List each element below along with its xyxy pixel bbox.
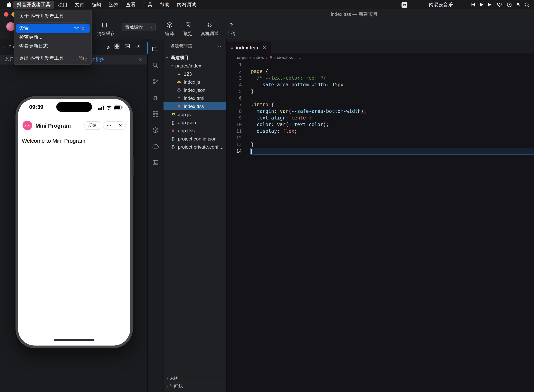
- arrow-right-icon[interactable]: [135, 43, 141, 51]
- device-debug-button[interactable]: 真机调试: [199, 21, 220, 37]
- apple-menu-icon[interactable]: [5, 2, 13, 7]
- tree-item-label: app.js: [178, 112, 191, 117]
- file-app.js[interactable]: JSapp.js: [164, 110, 226, 118]
- notice-close-icon[interactable]: ✕: [138, 57, 142, 62]
- media-play-icon[interactable]: [480, 3, 483, 7]
- tree-新建项目[interactable]: ›新建项目: [164, 53, 226, 62]
- code-line-2[interactable]: 2page {: [227, 68, 534, 75]
- tiktok-icon[interactable]: ♪: [107, 44, 110, 50]
- media-next-icon[interactable]: [488, 3, 493, 7]
- disc-icon[interactable]: [507, 2, 512, 7]
- menu-item[interactable]: 关于 抖音开发者工具: [16, 12, 90, 21]
- extensions-icon[interactable]: [148, 108, 163, 120]
- search-icon[interactable]: [525, 2, 529, 7]
- code-line-3[interactable]: 3 /* --text-color: red; */: [227, 75, 534, 81]
- package-icon[interactable]: [148, 125, 163, 136]
- clear-cache-button[interactable]: › 清除缓存: [92, 21, 120, 37]
- miniapp-title: Mini Program: [35, 122, 71, 129]
- upload-button[interactable]: 上传: [222, 21, 240, 37]
- menu-item[interactable]: 检查更新...: [16, 33, 90, 42]
- breadcrumb-item[interactable]: ...: [299, 55, 302, 60]
- menubar-item-2[interactable]: 文件: [71, 0, 88, 9]
- menubar-item-7[interactable]: 帮助: [156, 0, 173, 9]
- panel-时间线[interactable]: ›时间线: [164, 382, 226, 390]
- file-index.ttss[interactable]: #index.ttss: [164, 102, 226, 110]
- text-cursor: [251, 149, 251, 154]
- menubar-item-1[interactable]: 项目: [54, 0, 71, 9]
- json-file-icon: {}: [170, 145, 176, 149]
- menubar-item-3[interactable]: 编辑: [88, 0, 105, 9]
- breadcrumb-item[interactable]: index: [253, 55, 264, 60]
- file-index.js[interactable]: JSindex.js: [164, 78, 226, 86]
- chevron-down-icon: ›: [108, 25, 112, 26]
- menubar-item-6[interactable]: 工具: [139, 0, 156, 9]
- code-line-10[interactable]: 10 color: var(--text-color);: [227, 121, 534, 128]
- media-previous-icon[interactable]: [471, 3, 475, 7]
- code-line-5[interactable]: 5}: [227, 88, 534, 95]
- ttss-file-icon: #: [231, 45, 233, 50]
- file-app.ttss[interactable]: #app.ttss: [164, 126, 226, 135]
- more-menu-icon[interactable]: ⋯: [103, 123, 115, 128]
- grid-icon[interactable]: [114, 43, 120, 51]
- music-app-name[interactable]: 网易云音乐: [429, 1, 453, 8]
- breadcrumb-item[interactable]: index.ttss: [274, 55, 293, 60]
- code-line-6[interactable]: 6: [227, 95, 534, 101]
- code-line-9[interactable]: 9 text-align: center;: [227, 115, 534, 121]
- js-file-icon: JS: [170, 112, 176, 116]
- explorer-icon[interactable]: [148, 43, 163, 55]
- code-line-14[interactable]: 14: [227, 148, 534, 154]
- file-app.json[interactable]: {}app.json: [164, 118, 226, 126]
- file-index.json[interactable]: {}index.json: [164, 86, 226, 94]
- menubar-item-4[interactable]: 选择: [105, 0, 122, 9]
- breadcrumb-item[interactable]: pages: [236, 55, 247, 60]
- tab-close-icon[interactable]: ✕: [263, 45, 266, 50]
- code-line-8[interactable]: 8 margin: var(--safe-area-bottom-width);: [227, 108, 534, 115]
- more-actions-icon[interactable]: ⋯: [216, 43, 222, 49]
- debug-icon[interactable]: [148, 92, 163, 103]
- chevron-expanded-icon: ›: [165, 56, 170, 59]
- miniapp-logo[interactable]: STC: [23, 121, 32, 130]
- close-miniapp-icon[interactable]: ✕: [115, 123, 125, 128]
- file-index.ttml[interactable]: ≡index.ttml: [164, 94, 226, 102]
- preview-button[interactable]: 预览: [179, 21, 197, 37]
- menu-item[interactable]: 查看更新日志: [16, 42, 90, 51]
- line-number: 1: [227, 62, 242, 68]
- screenshot-icon[interactable]: [124, 43, 130, 51]
- json-file-icon: {}: [170, 120, 176, 125]
- panel-大纲[interactable]: ›大纲: [164, 374, 226, 382]
- code-line-1[interactable]: 1: [227, 62, 534, 68]
- menubar-item-5[interactable]: 查看: [122, 0, 139, 9]
- source-control-icon[interactable]: [148, 76, 163, 87]
- mic-icon[interactable]: [516, 2, 520, 7]
- signal-icon: [98, 105, 104, 111]
- file-project.private.confi...[interactable]: {}project.private.confi...: [164, 143, 226, 151]
- code-line-4[interactable]: 4 --safe-area-bottom-width: 15px: [227, 81, 534, 88]
- code-line-7[interactable]: 7.intro {: [227, 101, 534, 108]
- breadcrumb-separator-icon: ›: [250, 55, 251, 60]
- compile-button[interactable]: 编译: [161, 21, 178, 37]
- code-text: [250, 62, 534, 68]
- close-window-button[interactable]: [4, 12, 9, 17]
- feedback-button[interactable]: 反馈: [85, 121, 100, 130]
- panel-resize-handle[interactable]: [147, 42, 148, 54]
- code-area[interactable]: 12page {3 /* --text-color: red; */4 --sa…: [227, 62, 534, 154]
- search-icon[interactable]: [148, 60, 163, 71]
- code-line-12[interactable]: 12: [227, 135, 534, 141]
- menubar-item-0[interactable]: 抖音开发者工具: [13, 0, 54, 9]
- code-line-11[interactable]: 11 display: flex;: [227, 128, 534, 135]
- code-line-13[interactable]: 13}: [227, 141, 534, 148]
- js-file-icon: JS: [176, 80, 182, 84]
- tab-index-ttss[interactable]: # index.ttss ✕: [227, 42, 271, 53]
- heart-icon[interactable]: [497, 2, 502, 7]
- file-123[interactable]: ≡123: [164, 70, 226, 78]
- image-icon[interactable]: [148, 157, 163, 168]
- battery-icon: [114, 105, 123, 111]
- menu-item[interactable]: 设置⌥⌘ ,: [16, 24, 90, 33]
- menu-item[interactable]: 退出 抖音开发者工具⌘Q: [16, 54, 90, 63]
- file-project.config.json[interactable]: {}project.config.json: [164, 135, 226, 143]
- status-badge[interactable]: w: [402, 2, 407, 8]
- tree-pages/index[interactable]: ›pages/index: [164, 62, 226, 70]
- compile-mode-select[interactable]: 普通编译 ›: [122, 23, 156, 31]
- cloud-icon[interactable]: [148, 141, 163, 152]
- menubar-item-8[interactable]: 内网调试: [173, 0, 200, 9]
